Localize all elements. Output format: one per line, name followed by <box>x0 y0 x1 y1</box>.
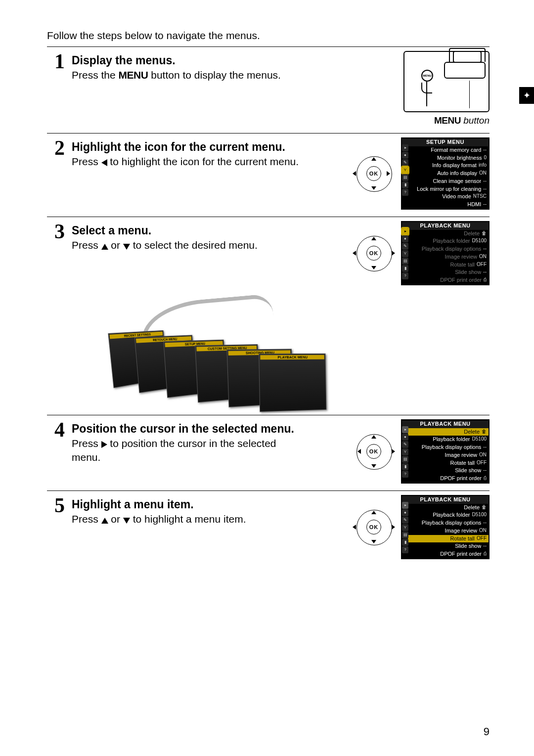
menu-collage-illustration: RECENT SETTINGS RETOUCH MENU SETUP MENU … <box>106 309 304 408</box>
menu-row-label: Delete <box>409 429 480 436</box>
menu-row-label: Video mode <box>409 193 471 200</box>
menu-row-label: Info display format <box>409 162 477 169</box>
tab-icon: ✎ <box>402 441 408 448</box>
menu-row-value: 0 <box>482 155 487 162</box>
tab-icon: ● <box>402 434 408 441</box>
menu-row-value: ⎙ <box>482 277 487 284</box>
menu-row-label: Playback folder <box>409 512 470 519</box>
menu-row: Video modeNTSC <box>408 193 489 201</box>
step-description: Press or to select the desired menu. <box>72 238 299 252</box>
menu-row-value: ⎙ <box>482 551 487 558</box>
text: or <box>108 239 123 251</box>
tab-icon: ▮ <box>402 463 408 470</box>
step-number: 1 <box>47 51 65 126</box>
menu-row: Playback display options-- <box>408 519 489 527</box>
down-arrow-icon <box>123 244 130 250</box>
text: to highlight the icon for the current me… <box>107 156 299 167</box>
playback-menu-screen-selected: PLAYBACK MENU Delete🗑Playback folderD510… <box>401 419 490 484</box>
tab-icon: ▮ <box>402 265 408 272</box>
menu-row-label: Rotate tall <box>409 460 475 467</box>
step-number: 3 <box>47 221 65 285</box>
menu-row: Playback folderD5100 <box>408 511 489 519</box>
playback-menu-screen-greyed: PLAYBACK MENU Delete🗑Playback folderD510… <box>401 221 490 285</box>
menu-row-value: OFF <box>475 535 487 542</box>
menu-row-label: Playback folder <box>409 436 470 443</box>
menu-row: Slide show-- <box>408 268 489 276</box>
tab-icon: Y <box>402 250 408 257</box>
menu-row-value: ON <box>477 528 487 534</box>
multi-selector-icon: OK <box>356 434 391 469</box>
tab-icon: ▮ <box>402 181 408 188</box>
menu-row-value: D5100 <box>470 436 487 443</box>
menu-row: Info display formatinfo <box>408 162 489 170</box>
menu-row-label: Slide show <box>409 543 481 550</box>
camera-back-illustration: MENU <box>403 51 490 112</box>
step-description: Press to position the cursor in the sele… <box>72 437 299 465</box>
menu-row: Delete🗑 <box>408 230 489 238</box>
menu-row-value: -- <box>481 186 487 193</box>
text: or <box>108 513 123 525</box>
menu-row: Playback display options-- <box>408 444 489 451</box>
menu-row: Auto info displayON <box>408 170 489 178</box>
menu-row-label: Playback folder <box>409 238 470 245</box>
menu-row-value: -- <box>481 543 487 550</box>
menu-row-value: 🗑 <box>480 504 487 511</box>
camera-caption: MENU button <box>361 115 490 126</box>
menu-row: HDMI-- <box>408 201 489 209</box>
step-title: Select a menu. <box>72 224 151 237</box>
step-number: 5 <box>47 495 65 559</box>
menu-row: Lock mirror up for cleaning-- <box>408 185 489 193</box>
menu-row-label: Monitor brightness <box>409 155 482 162</box>
menu-button-label: MENU <box>434 115 461 126</box>
text: Press <box>72 438 101 449</box>
menu-row-label: Slide show <box>409 467 481 474</box>
text: Press <box>72 513 101 525</box>
menu-row-value: ON <box>477 452 487 459</box>
menu-row-value: -- <box>481 201 487 208</box>
tab-icon: ▤ <box>402 258 408 265</box>
tab-setup-icon: Y <box>402 167 408 174</box>
tab-icon: ✎ <box>402 159 408 166</box>
menu-row-label: Clean image sensor <box>409 178 481 185</box>
menu-row-label: Playback display options <box>409 444 481 451</box>
tab-icon: ? <box>402 272 408 279</box>
menu-row-value: info <box>477 162 487 169</box>
menu-row-value: -- <box>481 444 487 451</box>
text: to select the desired menu. <box>130 239 258 251</box>
step-description: Press or to highlight a menu item. <box>72 512 299 526</box>
menu-row-label: Playback display options <box>409 246 481 253</box>
menu-row: DPOF print order⎙ <box>408 550 489 558</box>
text: button <box>461 115 490 126</box>
tab-icon: ✎ <box>402 517 408 524</box>
ok-button-icon: OK <box>366 166 381 181</box>
down-arrow-icon <box>123 518 130 524</box>
menu-row-value: 🗑 <box>480 429 487 436</box>
menu-row-label: Slide show <box>409 269 481 276</box>
panel-title: PLAYBACK MENU <box>260 355 324 360</box>
menu-row: DPOF print order⎙ <box>408 276 489 284</box>
step-1: 1 Display the menus. Press the MENU butt… <box>47 47 490 133</box>
menu-row: Delete🗑 <box>408 504 489 512</box>
ok-button-icon: OK <box>366 520 381 534</box>
menu-row-value: -- <box>481 147 487 154</box>
menu-row-label: HDMI <box>409 201 481 208</box>
menu-title: PLAYBACK MENU <box>402 420 489 428</box>
text: Press <box>72 239 101 251</box>
menu-row: Image reviewON <box>408 527 489 535</box>
menu-row-label: Playback display options <box>409 520 481 527</box>
step-title: Highlight the icon for the current menu. <box>72 140 285 153</box>
menu-row-label: DPOF print order <box>409 551 482 558</box>
tab-icon: ● <box>402 235 408 242</box>
playback-menu-screen-highlight: PLAYBACK MENU Delete🗑Playback folderD510… <box>401 495 490 559</box>
step-number: 4 <box>47 419 65 484</box>
tab-icon: ▤ <box>402 532 408 538</box>
tab-icon: ? <box>402 189 408 196</box>
menu-row: Format memory card-- <box>408 146 489 154</box>
text: Press <box>72 156 101 167</box>
right-arrow-icon <box>101 441 107 448</box>
menu-row-label: Delete <box>409 230 480 237</box>
tab-icon: ? <box>402 546 408 553</box>
ok-button-icon: OK <box>366 444 381 459</box>
menu-row-label: Rotate tall <box>409 262 475 268</box>
menu-title: PLAYBACK MENU <box>402 222 489 230</box>
